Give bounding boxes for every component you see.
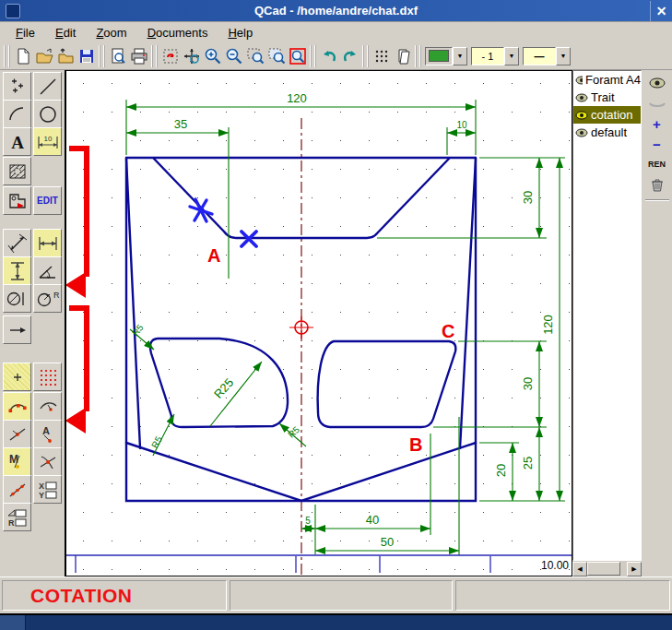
add-layer-button[interactable]: + [646, 114, 668, 133]
annotation-arrows [66, 149, 87, 434]
toolbar-handle[interactable] [310, 45, 316, 67]
snap-markers [190, 199, 256, 246]
dim-aligned-button[interactable] [3, 229, 31, 257]
save-file-button[interactable] [76, 45, 97, 67]
menu-zoom[interactable]: Zoom [88, 24, 135, 42]
eye-icon[interactable] [575, 76, 583, 85]
snap-auto-button[interactable]: A [33, 420, 62, 448]
line-style-dropdown[interactable]: — ▼ [523, 46, 571, 66]
rename-layer-button[interactable]: REN [646, 155, 668, 173]
dim-diameter-button[interactable] [3, 284, 31, 313]
pen-color-dropdown[interactable]: ▼ [425, 46, 467, 66]
layer-list[interactable]: Foramt A4 Trait cotation default [572, 70, 642, 561]
dim-horizontal-button[interactable] [33, 229, 62, 257]
layer-row-cotation[interactable]: cotation [573, 106, 641, 124]
snap-grid-button[interactable] [33, 363, 62, 391]
label-a: A [207, 245, 220, 266]
zoom-pan-button[interactable] [265, 45, 287, 67]
menu-documents[interactable]: Documents [139, 24, 217, 42]
coordinate-polar-button[interactable]: R [3, 503, 31, 531]
eye-icon[interactable] [575, 111, 588, 120]
toolbar-handle[interactable] [4, 45, 10, 67]
undo-button[interactable] [318, 45, 339, 67]
tool-circle-button[interactable] [33, 100, 62, 128]
snap-endpoint-button[interactable] [3, 392, 31, 421]
drawing-canvas[interactable]: 120 35 10 30 120 30 25 20 5 40 50 R25 R5… [65, 70, 572, 577]
print-preview-button[interactable] [107, 45, 128, 67]
toolbar-handle[interactable] [362, 45, 369, 67]
zoom-window-icon [246, 47, 265, 65]
tool-modify-button[interactable] [3, 186, 31, 215]
dim-vertical-button[interactable] [3, 256, 31, 285]
desktop-taskbar[interactable] [0, 613, 672, 630]
print-button[interactable] [128, 45, 149, 67]
zoom-auto-button[interactable] [181, 45, 202, 67]
zoom-in-button[interactable] [202, 45, 223, 67]
snap-distance-button[interactable] [3, 475, 31, 504]
menu-help[interactable]: Help [219, 24, 261, 42]
coordinate-xy-icon: XY [36, 479, 60, 501]
snap-free-button[interactable] [3, 363, 31, 391]
dim-angular-button[interactable] [33, 256, 62, 285]
chevron-down-icon[interactable]: ▼ [504, 47, 519, 65]
show-all-layers-button[interactable] [646, 74, 668, 92]
toolbar-handle[interactable] [151, 45, 158, 67]
dim-r5-br: R5 [286, 424, 301, 440]
toolbar-handle[interactable] [415, 45, 421, 67]
snap-manual-button[interactable]: M [3, 447, 31, 476]
undo-icon [320, 47, 338, 65]
chevron-down-icon[interactable]: ▼ [453, 47, 467, 65]
redraw-button[interactable] [159, 45, 181, 67]
zoom-out-button[interactable] [223, 45, 244, 67]
taskbar-segment[interactable] [0, 615, 26, 630]
tool-text-button[interactable]: A [3, 127, 31, 156]
pen-width-dropdown[interactable]: - 1 ▼ [471, 46, 519, 66]
delete-layer-button[interactable] [646, 175, 668, 194]
layer-list-hscrollbar[interactable]: ◀ ▶ [572, 561, 642, 577]
scrollbar-thumb[interactable] [587, 562, 620, 576]
scroll-right-icon[interactable]: ▶ [627, 562, 642, 577]
new-file-button[interactable] [12, 45, 33, 67]
snap-intersection-button[interactable] [33, 447, 62, 476]
scroll-left-icon[interactable]: ◀ [572, 562, 587, 577]
grid-toggle-button[interactable] [371, 45, 392, 67]
printer-icon [130, 47, 148, 65]
remove-layer-button[interactable]: − [646, 135, 668, 153]
tool-arc-button[interactable] [3, 100, 31, 128]
layer-row-format[interactable]: Foramt A4 [573, 71, 641, 89]
layer-name: default [591, 125, 627, 139]
redo-button[interactable] [339, 45, 360, 67]
coordinate-xy-button[interactable]: XY [33, 475, 62, 504]
layer-row-default[interactable]: default [573, 124, 641, 141]
leader-arrow-icon [6, 319, 29, 341]
tool-dimension-button[interactable]: 10 [33, 127, 62, 156]
circle-icon [37, 103, 59, 125]
dim-c-x: 50 [381, 535, 394, 549]
layer-list-toggle-button[interactable] [392, 45, 413, 67]
open-file-button[interactable] [33, 45, 54, 67]
toolbar-handle[interactable] [99, 45, 105, 67]
zoom-window-button[interactable] [244, 45, 265, 67]
tool-edit-button[interactable]: EDIT [33, 186, 62, 215]
dim-r5-tl: R5 [130, 322, 146, 338]
eye-icon[interactable] [575, 128, 588, 137]
tool-points-button[interactable] [3, 72, 31, 101]
tool-hatch-button[interactable] [3, 157, 31, 185]
import-file-button[interactable] [54, 45, 76, 67]
dim-ear-right: 10 [456, 120, 467, 130]
menu-edit[interactable]: Edit [47, 24, 84, 42]
dim-radius-button[interactable]: R [33, 284, 62, 313]
titlebar[interactable]: QCad - /home/andre/chat.dxf ✕ [0, 0, 672, 22]
eye-icon[interactable] [575, 93, 588, 102]
tool-line-button[interactable] [33, 72, 62, 101]
snap-middle-button[interactable] [3, 420, 31, 448]
chevron-down-icon[interactable]: ▼ [556, 47, 571, 65]
snap-on-entity-button[interactable] [33, 392, 62, 421]
menu-file[interactable]: File [7, 24, 43, 42]
hide-all-layers-button[interactable] [646, 94, 668, 113]
dim-leader-button[interactable] [3, 315, 31, 344]
layer-row-trait[interactable]: Trait [573, 89, 641, 106]
dim-eye-height: 30 [521, 377, 535, 390]
zoom-previous-button[interactable] [287, 45, 308, 67]
statusbar: COTATION [0, 577, 672, 613]
